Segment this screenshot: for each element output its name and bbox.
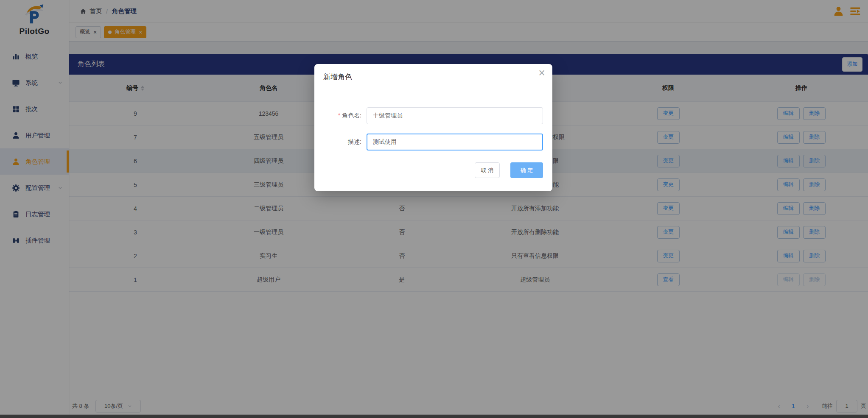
dialog-title: 新增角色 bbox=[323, 72, 352, 82]
form-row-description: 描述: bbox=[323, 134, 543, 150]
close-icon[interactable]: × bbox=[538, 67, 545, 79]
required-mark: * bbox=[338, 112, 340, 119]
app-window: PilotGo 概览系统批次用户管理角色管理配置管理日志管理插件管理 首页 / … bbox=[0, 0, 868, 418]
cancel-button[interactable]: 取 消 bbox=[475, 162, 500, 178]
role-name-label: *角色名: bbox=[323, 112, 367, 120]
add-role-dialog: 新增角色 × *角色名: 描述: 取 消 确 定 bbox=[314, 64, 552, 191]
dialog-buttons: 取 消 确 定 bbox=[475, 162, 543, 178]
description-label: 描述: bbox=[323, 138, 367, 146]
role-name-input[interactable] bbox=[367, 107, 543, 124]
modal-overlay bbox=[0, 0, 868, 418]
form-row-role-name: *角色名: bbox=[323, 107, 543, 124]
confirm-button[interactable]: 确 定 bbox=[510, 162, 543, 178]
description-input[interactable] bbox=[367, 134, 543, 150]
